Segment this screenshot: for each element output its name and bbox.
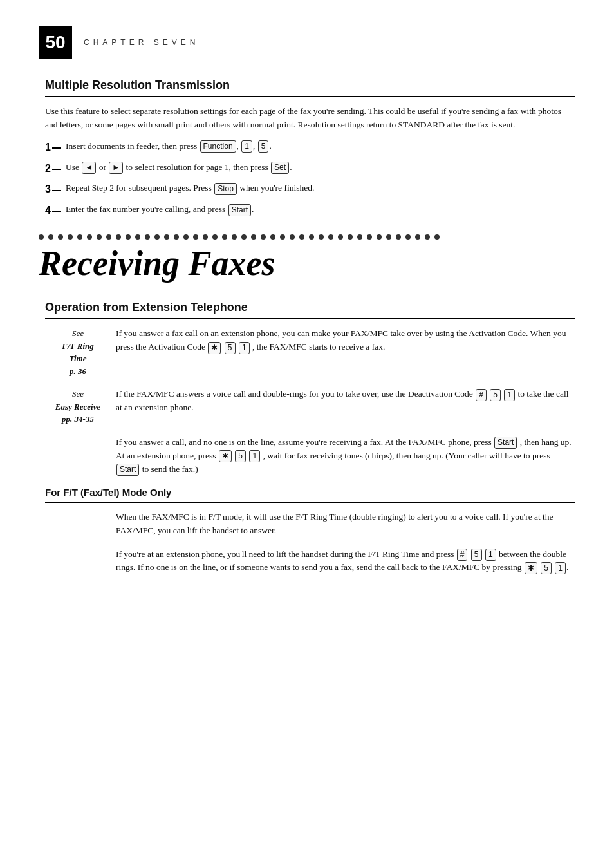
dot [77, 234, 82, 240]
multiple-resolution-section: Multiple Resolution Transmission Use thi… [45, 79, 575, 219]
dot [415, 234, 420, 240]
key-1e: 1 [485, 549, 496, 561]
dot [154, 234, 160, 240]
dotted-separator [39, 234, 575, 240]
dot [338, 234, 343, 240]
dot [251, 234, 256, 240]
key-5d: 5 [235, 450, 246, 462]
operation-para1-content: If you answer a fax call on an extension… [116, 327, 575, 377]
operation-para3-block: If you answer a call, and no one is on t… [116, 436, 575, 476]
sidebar-see-label-1: See [72, 328, 84, 338]
sidebar-easy-receive: Easy Receive [55, 402, 100, 411]
page: 50 CHAPTER SEVEN Multiple Resolution Tra… [0, 0, 614, 868]
dot [386, 234, 391, 240]
key-set: Set [271, 162, 289, 174]
operation-title: Operation from Extension Telephone [45, 301, 575, 314]
key-5f: 5 [541, 562, 552, 574]
dot [367, 234, 372, 240]
sidebar-p36: p. 36 [70, 366, 86, 376]
chapter-header: 50 CHAPTER SEVEN [39, 26, 575, 59]
step-1: 1 Insert documents in feeder, then press… [45, 140, 575, 156]
section-divider-3 [45, 502, 575, 503]
ft-mode-title: For F/T (Fax/Tel) Mode Only [45, 487, 575, 498]
key-5a: 5 [258, 140, 269, 153]
operation-para1: If you answer a fax call on an extension… [116, 327, 575, 354]
key-1a: 1 [241, 140, 252, 153]
sidebar-2: See Easy Receive pp. 34-35 [45, 388, 116, 426]
dot [116, 234, 121, 240]
dot [348, 234, 353, 240]
dot-row [39, 234, 440, 240]
key-1b: 1 [239, 342, 250, 354]
key-start-1: Start [228, 204, 251, 216]
dot [183, 234, 189, 240]
key-1d: 1 [249, 450, 260, 462]
step-number-3: 3 [45, 182, 63, 198]
dot [299, 234, 304, 240]
dot [203, 234, 208, 240]
receiving-faxes-heading: Receiving Faxes [39, 245, 575, 283]
dot [212, 234, 218, 240]
dot [39, 234, 44, 240]
dot [434, 234, 440, 240]
steps-list: 1 Insert documents in feeder, then press… [45, 140, 575, 219]
step-4-text: Enter the fax number you're calling, and… [66, 203, 575, 216]
key-start-3: Start [116, 464, 139, 476]
dot [425, 234, 430, 240]
dot [106, 234, 111, 240]
dot [377, 234, 382, 240]
dot [164, 234, 169, 240]
dot [290, 234, 295, 240]
section-divider-2 [45, 318, 575, 319]
operation-para2-content: If the FAX/MFC answers a voice call and … [116, 388, 575, 426]
dot [145, 234, 150, 240]
para3-a: If you answer a call, and no one is on t… [116, 437, 492, 447]
dot [193, 234, 198, 240]
step-1-text: Insert documents in feeder, then press F… [66, 140, 575, 153]
ft-para1: When the FAX/MFC is in F/T mode, it will… [116, 511, 575, 538]
key-5e: 5 [471, 549, 482, 561]
key-5b: 5 [225, 342, 236, 354]
sidebar-pp34: pp. 34-35 [62, 414, 94, 424]
key-start-2: Start [494, 437, 517, 449]
key-star-1: ✱ [208, 342, 221, 354]
dot [357, 234, 362, 240]
step-4: 4 Enter the fax number you're calling, a… [45, 203, 575, 219]
key-star-3: ✱ [525, 562, 537, 574]
sidebar-1: See F/T Ring Time p. 36 [45, 327, 116, 377]
key-hash-2: # [457, 549, 468, 561]
dot [135, 234, 140, 240]
key-1c: 1 [504, 389, 515, 401]
step-2: 2 Use ◄ or ► to select resolution for pa… [45, 161, 575, 177]
step-number-2: 2 [45, 161, 63, 177]
multiple-resolution-intro: Use this feature to select separate reso… [45, 105, 575, 132]
operation-para2-text: If the FAX/MFC answers a voice call and … [116, 389, 473, 399]
dot [261, 234, 266, 240]
key-5c: 5 [490, 389, 501, 401]
section-divider-1 [45, 96, 575, 97]
dot [87, 234, 92, 240]
chapter-number: 50 [39, 26, 72, 59]
dot [396, 234, 401, 240]
dot [405, 234, 411, 240]
dot [270, 234, 275, 240]
sidebar-see-label-2: See [72, 389, 84, 399]
ft-para2: If you're at an extension phone, you'll … [116, 548, 575, 575]
dot [319, 234, 324, 240]
dot [68, 234, 73, 240]
dot [241, 234, 247, 240]
step-number-4: 4 [45, 203, 63, 219]
para3-c: , wait for fax receiving tones (chirps),… [263, 451, 550, 460]
dot [58, 234, 63, 240]
dot [280, 234, 285, 240]
key-1f: 1 [555, 562, 566, 574]
dot [48, 234, 53, 240]
multiple-resolution-title: Multiple Resolution Transmission [45, 79, 575, 92]
ft-para2-block: If you're at an extension phone, you'll … [116, 548, 575, 575]
operation-para1-block: See F/T Ring Time p. 36 If you answer a … [45, 327, 575, 377]
operation-para2-block: See Easy Receive pp. 34-35 If the FAX/MF… [45, 388, 575, 426]
operation-para1-end: , the FAX/MFC starts to receive a fax. [252, 342, 385, 352]
dot [126, 234, 131, 240]
ft-para2-a: If you're at an extension phone, you'll … [116, 549, 454, 559]
operation-para3: If you answer a call, and no one is on t… [116, 436, 575, 476]
